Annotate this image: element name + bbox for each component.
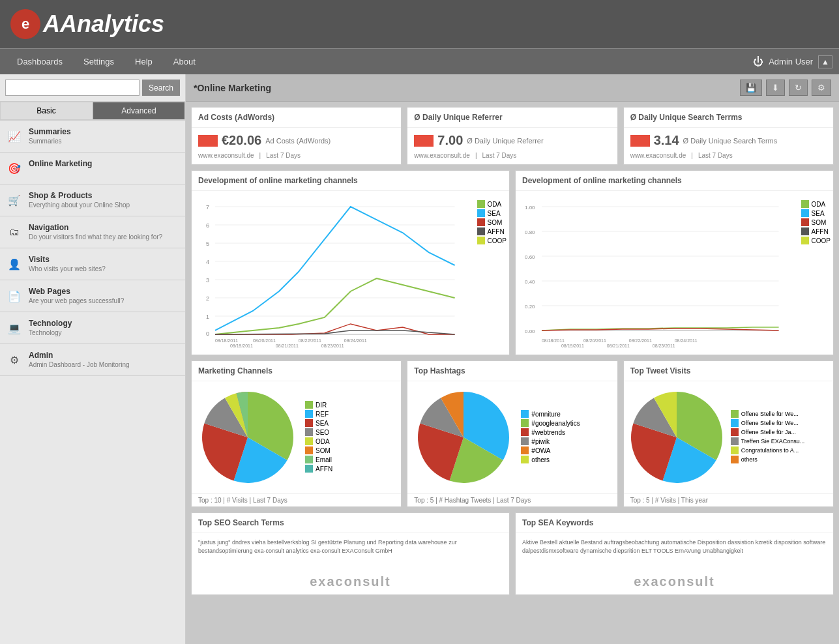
seo-terms-card: Top SEO Search Terms "justus jung" dndre…	[191, 512, 510, 595]
sidebar-item-online-marketing[interactable]: 🎯 Online Marketing	[0, 153, 185, 184]
sidebar-item-summaries[interactable]: 📈 Summaries Summaries	[0, 121, 185, 153]
exaconsult-logo-1: exaconsult	[310, 574, 390, 589]
marketing-channels-body: DIR REF SEA SEO ODA SOM Email AFFN	[192, 381, 401, 493]
svg-text:0.40: 0.40	[525, 279, 535, 285]
daily-referrer-period: Last 7 Days	[482, 152, 517, 159]
settings-button[interactable]: ⚙	[812, 80, 831, 96]
line-chart-1-svg: 7 6 5 4 3 2 1 0	[194, 194, 475, 350]
daily-referrer-label: Ø Daily Unique Referrer	[467, 137, 543, 145]
daily-referrer-sep: |	[475, 152, 477, 159]
top-hashtags-header: Top Hashtags	[407, 361, 617, 381]
top-hashtags-body: #omniture #googleanalytics #webtrends #p…	[407, 381, 617, 493]
line-chart-2-legend: ODA SEA SOM AFFN COOP	[801, 200, 831, 244]
sidebar-item-navigation[interactable]: 🗂 Navigation Do your visitors find what …	[0, 216, 185, 248]
admin-label: Admin User	[769, 57, 813, 66]
daily-referrer-header: Ø Daily Unique Referrer	[407, 108, 617, 128]
exaconsult-logo-2: exaconsult	[634, 574, 714, 589]
ad-costs-label: Ad Costs (AdWords)	[265, 137, 331, 145]
main-layout: Search Basic Advanced 📈 Summaries Summar…	[0, 74, 839, 644]
svg-text:08/22/2011: 08/22/2011	[299, 338, 321, 343]
power-button[interactable]: ⏻	[753, 56, 763, 68]
top-tweet-visits-card: Top Tweet Visits Offene Stelle für We...…	[623, 360, 834, 507]
svg-text:08/23/2011: 08/23/2011	[321, 344, 344, 348]
tab-bar: Basic Advanced	[0, 102, 185, 121]
nav-settings[interactable]: Settings	[73, 51, 125, 72]
ad-costs-period: Last 7 Days	[266, 152, 301, 159]
content-area: *Online Marketing 💾 ⬇ ↻ ⚙ Ad Costs (AdWo…	[186, 74, 839, 644]
web-pages-text: Web Pages Are your web pages successfull…	[29, 287, 124, 304]
svg-text:08/19/2011: 08/19/2011	[561, 344, 584, 348]
header: e AAnalytics	[0, 0, 839, 48]
shop-icon: 🛒	[5, 191, 23, 209]
sidebar-item-technology[interactable]: 💻 Technology Technology	[0, 312, 185, 344]
daily-search-label: Ø Daily Unique Search Terms	[683, 137, 778, 145]
sidebar-item-web-pages[interactable]: 📄 Web Pages Are your web pages successfu…	[0, 280, 185, 312]
svg-text:08/21/2011: 08/21/2011	[607, 344, 630, 348]
daily-search-header: Ø Daily Unique Search Terrms	[624, 108, 833, 128]
ad-costs-header: Ad Costs (AdWords)	[192, 108, 401, 128]
marketing-channels-legend: DIR REF SEA SEO ODA SOM Email AFFN	[305, 401, 332, 474]
svg-text:6: 6	[206, 222, 209, 229]
sea-keywords-body: Aktive Bestell aktuelle Bestand auftrags…	[516, 533, 833, 594]
marketing-channels-card: Marketing Channels	[191, 360, 402, 507]
seo-terms-text: "justus jung" dndres vieha bestellverksb…	[198, 538, 503, 555]
daily-referrer-bar	[414, 135, 434, 147]
navbar: Dashboards Settings Help About ⏻ Admin U…	[0, 48, 839, 74]
search-bar: Search	[0, 74, 185, 102]
nav-dashboards[interactable]: Dashboards	[7, 51, 73, 72]
top-hashtags-card: Top Hashtags #omniture #googleanalytics	[407, 360, 617, 507]
sidebar-item-visits[interactable]: 👤 Visits Who visits your web sites?	[0, 248, 185, 280]
sea-keywords-text: Aktive Bestell aktuelle Bestand auftrags…	[522, 538, 827, 555]
dashboard: Ad Costs (AdWords) €20.06 Ad Costs (AdWo…	[186, 102, 839, 606]
svg-text:1.00: 1.00	[525, 205, 535, 211]
line-chart-1-header: Development of online marketing channels	[192, 171, 509, 191]
save-button[interactable]: 💾	[740, 80, 762, 96]
sidebar: Search Basic Advanced 📈 Summaries Summar…	[0, 74, 186, 644]
tab-advanced[interactable]: Advanced	[93, 102, 185, 120]
share-button[interactable]: ↻	[789, 80, 808, 96]
nav-arrow-button[interactable]: ▲	[818, 55, 832, 68]
ad-costs-sep: |	[259, 152, 261, 159]
marketing-channels-footer: Top : 10 | # Visits | Last 7 Days	[192, 493, 401, 506]
sidebar-item-shop-products[interactable]: 🛒 Shop & Products Everything about your …	[0, 184, 185, 216]
navigation-icon: 🗂	[5, 223, 23, 241]
online-marketing-icon: 🎯	[5, 159, 23, 177]
line-chart-2-header: Development of online marketing channels	[516, 171, 833, 191]
daily-search-value: 3.14	[654, 133, 679, 148]
svg-text:4: 4	[206, 259, 209, 265]
nav-about[interactable]: About	[163, 51, 206, 72]
svg-text:08/19/2011: 08/19/2011	[230, 344, 253, 348]
line-chart-2-body: 1.00 0.80 0.60 0.40 0.20 0.00	[516, 191, 833, 355]
page-title: *Online Marketing	[194, 83, 271, 93]
tab-basic[interactable]: Basic	[0, 102, 93, 120]
online-marketing-text: Online Marketing	[29, 159, 92, 169]
svg-text:0.20: 0.20	[525, 304, 535, 310]
sea-keywords-card: Top SEA Keywords Aktive Bestell aktuelle…	[515, 512, 834, 595]
svg-text:08/24/2011: 08/24/2011	[675, 338, 698, 343]
content-actions: 💾 ⬇ ↻ ⚙	[740, 80, 831, 96]
shop-text: Shop & Products Everything about your On…	[29, 191, 130, 209]
daily-search-card: Ø Daily Unique Search Terrms 3.14 Ø Dail…	[623, 107, 834, 165]
line-chart-2-svg: 1.00 0.80 0.60 0.40 0.20 0.00	[518, 194, 799, 350]
sea-keywords-header: Top SEA Keywords	[516, 513, 833, 533]
ad-costs-bar	[198, 135, 218, 147]
nav-help[interactable]: Help	[125, 51, 163, 72]
search-button[interactable]: Search	[142, 80, 180, 96]
download-button[interactable]: ⬇	[766, 80, 785, 96]
ad-costs-card: Ad Costs (AdWords) €20.06 Ad Costs (AdWo…	[191, 107, 402, 165]
top-tweet-footer: Top : 5 | # Visits | This year	[624, 493, 833, 506]
sidebar-item-admin[interactable]: ⚙ Admin Admin Dashboard - Job Monitoring	[0, 344, 185, 376]
content-header: *Online Marketing 💾 ⬇ ↻ ⚙	[186, 74, 839, 102]
svg-text:2: 2	[206, 295, 209, 302]
search-input[interactable]	[5, 80, 140, 96]
ad-costs-value: €20.06	[222, 133, 261, 148]
daily-search-period: Last 7 Days	[698, 152, 733, 159]
ad-costs-site: www.exaconsult.de	[198, 152, 254, 159]
svg-text:08/18/2011: 08/18/2011	[215, 338, 238, 343]
daily-search-bar	[630, 135, 650, 147]
svg-text:08/18/2011: 08/18/2011	[542, 338, 565, 343]
svg-text:0.60: 0.60	[525, 254, 535, 260]
svg-text:0.00: 0.00	[525, 329, 535, 334]
top-hashtags-pie	[411, 385, 516, 490]
line-chart-1-body: 7 6 5 4 3 2 1 0	[192, 191, 509, 355]
